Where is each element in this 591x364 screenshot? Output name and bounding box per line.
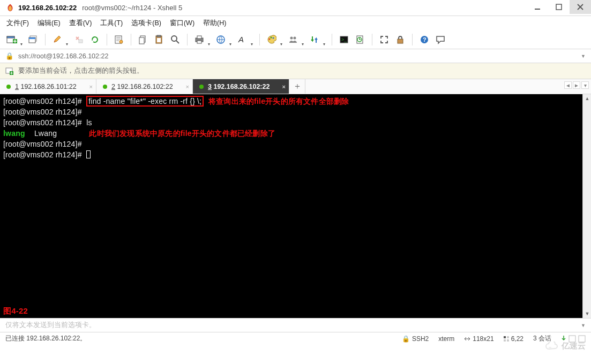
position-icon xyxy=(504,336,509,342)
svg-point-26 xyxy=(294,36,296,39)
title-host: 192.168.26.102:22 xyxy=(18,4,77,12)
title-bar: 192.168.26.102:22 root@vms002:~/rh124 - … xyxy=(0,0,591,16)
copy-button[interactable] xyxy=(136,32,151,47)
terminal-pane: [root@vms002 rh124]# find -name "file*" … xyxy=(0,94,591,318)
tab-strip: 1 192.168.26.101:22 × 2 192.168.26.102:2… xyxy=(0,79,591,94)
svg-point-10 xyxy=(119,40,123,43)
tip-text: 要添加当前会话，点击左侧的箭头按钮。 xyxy=(18,66,144,75)
close-tab-icon[interactable]: × xyxy=(282,84,286,90)
send-dropdown-icon[interactable]: ▼ xyxy=(581,323,586,328)
svg-rect-14 xyxy=(157,35,161,37)
scroll-up-icon[interactable]: ▲ xyxy=(583,94,591,103)
close-tab-icon[interactable]: × xyxy=(89,84,93,90)
annotation-2: 此时我们发现系统中原先的file开头的文件都已经删除了 xyxy=(89,129,275,138)
svg-rect-36 xyxy=(504,336,506,338)
transfer-button[interactable] xyxy=(307,32,322,47)
svg-rect-7 xyxy=(29,37,35,39)
menu-bar: 文件(F) 编辑(E) 查看(V) 工具(T) 选项卡(B) 窗口(W) 帮助(… xyxy=(0,16,591,30)
address-dropdown-icon[interactable]: ▼ xyxy=(581,54,586,59)
svg-rect-0 xyxy=(535,9,540,10)
cursor xyxy=(86,150,91,158)
address-url: ssh://root@192.168.26.102:22 xyxy=(18,52,108,60)
fullscreen-button[interactable] xyxy=(377,32,392,47)
svg-text:A: A xyxy=(238,35,244,44)
send-placeholder: 仅将文本发送到当前选项卡。 xyxy=(5,321,96,330)
svg-rect-38 xyxy=(504,339,506,342)
tip-bar: 要添加当前会话，点击左侧的箭头按钮。 xyxy=(0,63,591,79)
menu-window[interactable]: 窗口(W) xyxy=(170,19,194,28)
paste-button[interactable] xyxy=(152,32,167,47)
svg-rect-12 xyxy=(139,37,144,44)
font-button[interactable]: A xyxy=(235,32,250,47)
find-button[interactable] xyxy=(168,32,183,47)
command-button[interactable]: >_ xyxy=(336,32,351,47)
tab-nav-menu-icon[interactable]: ▾ xyxy=(581,81,589,89)
new-window-button[interactable] xyxy=(26,32,41,47)
svg-rect-19 xyxy=(197,41,201,43)
menu-edit[interactable]: 编辑(E) xyxy=(38,19,61,28)
disconnect-button[interactable] xyxy=(71,32,86,47)
edit-button[interactable] xyxy=(50,32,65,47)
properties-button[interactable] xyxy=(111,32,126,47)
svg-text:∞: ∞ xyxy=(549,345,551,349)
minimize-button[interactable] xyxy=(527,0,548,14)
toolbar: A >_ ? xyxy=(0,30,591,49)
address-bar[interactable]: 🔒 ssh://root@192.168.26.102:22 ▼ xyxy=(0,49,591,63)
sessions-button[interactable] xyxy=(286,32,301,47)
color-theme-button[interactable] xyxy=(264,32,279,47)
help-button[interactable]: ? xyxy=(417,32,432,47)
menu-help[interactable]: 帮助(H) xyxy=(203,19,226,28)
status-size: 118x21 xyxy=(464,335,493,343)
svg-rect-1 xyxy=(556,4,562,10)
script-button[interactable] xyxy=(353,32,368,47)
lock-icon: 🔒 xyxy=(5,52,14,60)
tab-nav-left-icon[interactable]: ◄ xyxy=(564,81,572,89)
maximize-button[interactable] xyxy=(548,0,570,14)
close-tab-icon[interactable]: × xyxy=(186,84,189,90)
svg-point-24 xyxy=(273,37,274,39)
svg-point-25 xyxy=(290,36,293,39)
terminal-output[interactable]: [root@vms002 rh124]# find -name "file*" … xyxy=(0,94,582,318)
resize-icon xyxy=(464,336,470,342)
status-dot-icon xyxy=(103,85,107,89)
figure-label: 图4-22 xyxy=(3,306,28,316)
svg-rect-18 xyxy=(197,36,201,39)
status-protocol: 🔒 SSH2 xyxy=(402,335,429,343)
svg-point-16 xyxy=(171,36,177,41)
status-dot-icon xyxy=(199,85,204,89)
scrollbar[interactable]: ▲ ▼ xyxy=(582,94,591,318)
print-button[interactable] xyxy=(192,32,207,47)
tab-nav-right-icon[interactable]: ► xyxy=(573,81,580,89)
status-cap-icon xyxy=(568,335,576,343)
session-tab-1[interactable]: 1 192.168.26.101:22 × xyxy=(0,79,96,94)
lock-button[interactable] xyxy=(393,32,408,47)
add-session-icon[interactable] xyxy=(5,67,14,75)
app-icon xyxy=(5,3,15,13)
session-tab-2[interactable]: 2 192.168.26.102:22 × xyxy=(96,79,193,94)
svg-rect-39 xyxy=(507,339,509,342)
new-tab-button[interactable] xyxy=(4,32,19,47)
svg-rect-8 xyxy=(79,40,83,43)
status-cursor-pos: 6,22 xyxy=(504,335,523,343)
status-connection: 已连接 192.168.26.102:22。 xyxy=(5,334,392,343)
annotation-1: 将查询出来的file开头的所有文件全部删除 xyxy=(208,97,349,105)
close-button[interactable] xyxy=(570,0,591,14)
menu-tools[interactable]: 工具(T) xyxy=(100,19,123,28)
encoding-button[interactable] xyxy=(213,32,228,47)
status-bar: 已连接 192.168.26.102:22。 🔒 SSH2 xterm 118x… xyxy=(0,332,591,345)
svg-text:?: ? xyxy=(423,36,427,43)
svg-rect-3 xyxy=(7,36,14,38)
status-term-type: xterm xyxy=(438,335,454,343)
session-tab-3[interactable]: 3 192.168.26.102:22 × xyxy=(193,79,289,94)
menu-tabs[interactable]: 选项卡(B) xyxy=(131,19,161,28)
svg-rect-37 xyxy=(507,336,509,338)
menu-file[interactable]: 文件(F) xyxy=(6,19,29,28)
menu-view[interactable]: 查看(V) xyxy=(69,19,92,28)
send-bar[interactable]: 仅将文本发送到当前选项卡。 ▼ xyxy=(0,318,591,332)
reconnect-button[interactable] xyxy=(87,32,102,47)
new-tab-plus-button[interactable]: ＋ xyxy=(289,79,305,94)
status-indicator-icon xyxy=(561,335,566,343)
scroll-down-icon[interactable]: ▼ xyxy=(583,309,591,318)
svg-rect-40 xyxy=(569,336,575,342)
feedback-button[interactable] xyxy=(433,32,448,47)
